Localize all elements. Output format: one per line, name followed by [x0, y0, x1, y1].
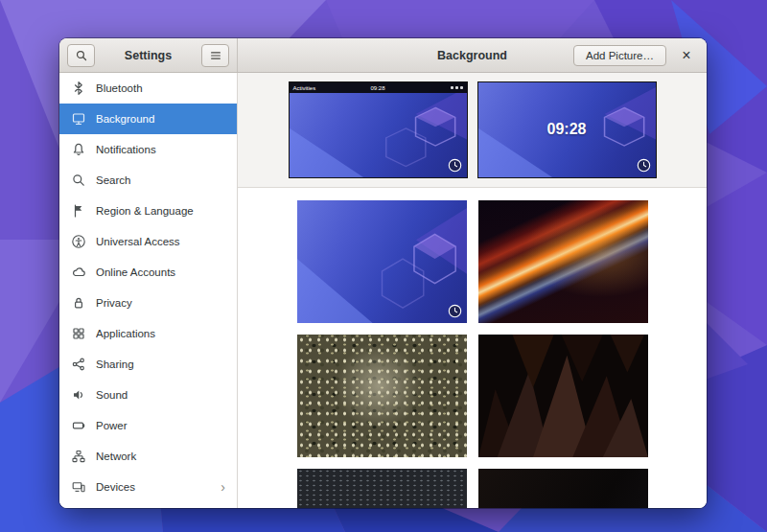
current-previews-section: Activities 09:28 [238, 73, 707, 188]
headerbar-search-icon [75, 49, 88, 62]
sidebar-item-label: Power [96, 420, 225, 431]
applications-grid-icon [71, 326, 86, 341]
devices-icon [71, 479, 86, 495]
headerbar-content-section: Background Add Picture… × [238, 38, 707, 72]
network-icon [71, 449, 86, 464]
sidebar-item-background[interactable]: Background [59, 104, 237, 134]
window-body: Bluetooth Background Notifications Searc… [59, 73, 707, 508]
hamburger-menu-icon [209, 49, 222, 62]
sidebar-item-label: Network [96, 451, 225, 462]
sidebar-item-universal-access[interactable]: Universal Access [59, 226, 237, 257]
lock-screen-clock: 09:28 [478, 121, 656, 138]
notifications-bell-icon [71, 142, 86, 157]
sidebar-item-sound[interactable]: Sound [59, 380, 237, 410]
sidebar-item-label: Background [96, 113, 225, 125]
preview-topbar-clock: 09:28 [290, 85, 467, 91]
sidebar-item-label: Applications [96, 328, 225, 339]
lock-icon [71, 295, 86, 311]
clock-badge-icon [448, 158, 462, 173]
wallpaper-thumb-blue-geometric[interactable] [297, 200, 467, 323]
wallpaper-thumb-dark-leaves[interactable] [478, 335, 648, 457]
sidebar-item-label: Notifications [96, 144, 225, 155]
preview-status-icons [451, 86, 463, 89]
speaker-icon [71, 387, 86, 403]
sidebar-item-sharing[interactable]: Sharing [59, 349, 237, 380]
sidebar-item-label: Universal Access [96, 236, 225, 247]
lock-screen-preview[interactable]: 09:28 [477, 81, 657, 178]
sidebar-item-network[interactable]: Network [59, 441, 237, 472]
settings-window: Settings Background Add Picture… × Bluet… [59, 38, 707, 508]
close-button[interactable]: × [676, 45, 697, 66]
wallpaper-thumb-dark-dotted[interactable] [297, 469, 467, 508]
sidebar-item-label: Bluetooth [96, 82, 225, 94]
sidebar-item-applications[interactable]: Applications [59, 318, 237, 349]
sidebar-item-label: Privacy [96, 297, 225, 309]
sidebar-item-bluetooth[interactable]: Bluetooth [59, 73, 237, 104]
desktop-background-preview[interactable]: Activities 09:28 [289, 81, 468, 178]
wallpaper-thumb-aerial-forest[interactable] [297, 335, 467, 457]
sidebar-item-search[interactable]: Search [59, 165, 237, 196]
wallpaper-grid [238, 188, 707, 508]
cloud-icon [71, 265, 86, 280]
sidebar: Bluetooth Background Notifications Searc… [59, 73, 238, 508]
wallpaper-thumb-dark-texture[interactable] [478, 469, 648, 508]
sidebar-item-label: Sound [96, 389, 225, 401]
blue-geometric-wallpaper [290, 82, 467, 177]
sidebar-item-label: Region & Language [96, 205, 225, 217]
headerbar-sidebar-section: Settings [59, 38, 238, 72]
clock-badge-icon [448, 304, 462, 318]
chevron-right-icon: › [221, 480, 225, 494]
add-picture-button[interactable]: Add Picture… [573, 45, 666, 66]
background-panel: Activities 09:28 [238, 73, 707, 508]
headerbar: Settings Background Add Picture… × [59, 38, 707, 73]
flag-icon [71, 203, 86, 219]
share-icon [71, 357, 86, 372]
wallpaper-thumb-orange-streaks[interactable] [478, 200, 648, 323]
sidebar-item-label: Sharing [96, 359, 225, 370]
clock-badge-icon [637, 158, 651, 173]
sidebar-item-region-language[interactable]: Region & Language [59, 196, 237, 226]
sidebar-item-label: Online Accounts [96, 266, 225, 278]
search-icon [71, 173, 86, 188]
search-toggle-button[interactable] [67, 44, 95, 67]
sidebar-item-label: Search [96, 174, 225, 186]
preview-top-bar: Activities 09:28 [290, 82, 467, 93]
sidebar-item-notifications[interactable]: Notifications [59, 134, 237, 165]
battery-icon [71, 418, 86, 433]
sidebar-item-privacy[interactable]: Privacy [59, 288, 237, 318]
sidebar-item-devices[interactable]: Devices › [59, 472, 237, 502]
primary-menu-button[interactable] [201, 44, 229, 67]
background-icon [71, 111, 86, 127]
bluetooth-icon [71, 81, 86, 96]
sidebar-item-online-accounts[interactable]: Online Accounts [59, 257, 237, 288]
universal-access-icon [71, 234, 86, 249]
sidebar-item-label: Devices [96, 481, 211, 493]
sidebar-item-power[interactable]: Power [59, 410, 237, 441]
window-title: Settings [101, 49, 196, 62]
